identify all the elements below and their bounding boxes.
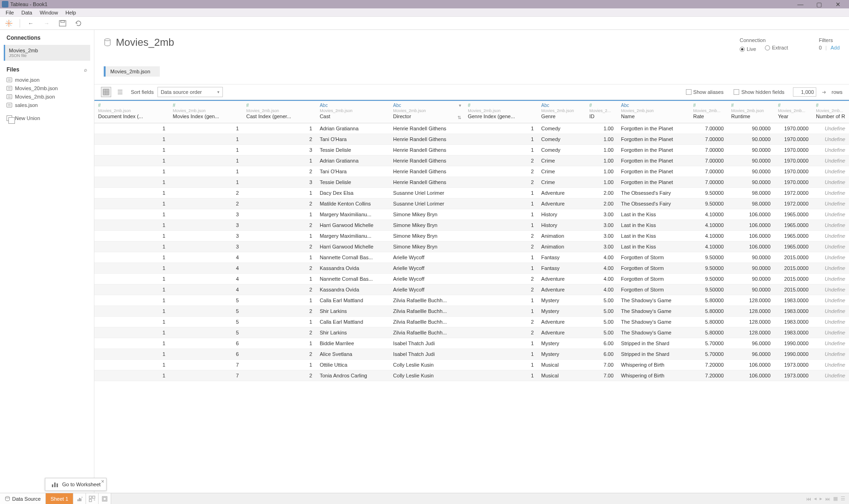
table-cell[interactable]: 4.00 <box>585 284 617 295</box>
table-cell[interactable]: The Shadowy's Game <box>617 295 689 305</box>
table-cell[interactable]: Harri Garwood Michelle <box>316 220 389 230</box>
search-icon[interactable]: ⌕ <box>84 67 87 72</box>
refresh-button[interactable] <box>73 18 84 28</box>
table-cell[interactable]: Undefine <box>812 187 849 198</box>
table-cell[interactable]: 5.00 <box>585 305 617 316</box>
table-cell[interactable]: Undefine <box>812 155 849 166</box>
table-cell[interactable]: 90.0000 <box>728 284 774 295</box>
table-cell[interactable]: 2 <box>243 198 316 209</box>
table-cell[interactable]: Nannette Cornall Bas... <box>316 252 389 263</box>
column-header[interactable]: AbcMovies_2mb.jsonName <box>617 100 689 123</box>
table-cell[interactable]: Forgotten in the Planet <box>617 155 689 166</box>
table-cell[interactable]: 4 <box>169 252 243 263</box>
table-cell[interactable]: The Obsessed's Fairy <box>617 198 689 209</box>
table-cell[interactable]: 1 <box>94 220 169 230</box>
table-cell[interactable]: 2 <box>464 177 537 187</box>
table-cell[interactable]: 1 <box>464 123 537 134</box>
show-hidden-checkbox[interactable]: Show hidden fields <box>734 89 784 95</box>
table-cell[interactable]: Mystery <box>537 348 585 359</box>
table-cell[interactable]: 5 <box>169 295 243 305</box>
table-cell[interactable]: 1 <box>243 252 316 263</box>
table-cell[interactable]: Musical <box>537 370 585 381</box>
table-cell[interactable]: 5.80000 <box>690 327 728 338</box>
table-cell[interactable]: 1 <box>94 230 169 241</box>
table-cell[interactable]: 3.00 <box>585 209 617 220</box>
table-cell[interactable]: 1 <box>464 252 537 263</box>
table-cell[interactable]: 2 <box>464 316 537 327</box>
table-cell[interactable]: 90.0000 <box>728 263 774 273</box>
table-cell[interactable]: 98.0000 <box>728 187 774 198</box>
table-cell[interactable]: 1 <box>169 177 243 187</box>
save-button[interactable] <box>57 18 68 28</box>
new-worksheet-button[interactable]: + <box>73 493 86 504</box>
table-cell[interactable]: 1 <box>94 273 169 284</box>
table-cell[interactable]: 6 <box>169 348 243 359</box>
table-cell[interactable]: Zilvia Rafaellle Buchh... <box>389 295 464 305</box>
table-cell[interactable]: Adventure <box>537 327 585 338</box>
table-cell[interactable]: 2 <box>169 198 243 209</box>
table-cell[interactable]: 2 <box>243 134 316 144</box>
table-cell[interactable]: Fantasy <box>537 252 585 263</box>
table-cell[interactable]: Comedy <box>537 134 585 144</box>
table-cell[interactable]: 2 <box>243 284 316 295</box>
column-header[interactable]: #Movies_2mb.jsonCast Index (gener... <box>243 100 316 123</box>
table-cell[interactable]: Undefine <box>812 177 849 187</box>
table-cell[interactable]: Comedy <box>537 123 585 134</box>
table-cell[interactable]: 2 <box>464 273 537 284</box>
show-aliases-checkbox[interactable]: Show aliases <box>686 89 724 95</box>
table-cell[interactable]: 1 <box>464 209 537 220</box>
table-row[interactable]: 121Dacy Dex ElsaSusanne Uriel Lorimer1Ad… <box>94 187 849 198</box>
table-cell[interactable]: Tani O'Hara <box>316 134 389 144</box>
table-cell[interactable]: 1 <box>94 144 169 155</box>
table-cell[interactable]: 5.00 <box>585 327 617 338</box>
table-cell[interactable]: Forgotten in the Planet <box>617 144 689 155</box>
table-cell[interactable]: Tani O'Hara <box>316 166 389 177</box>
table-cell[interactable]: Forgotten in the Planet <box>617 123 689 134</box>
table-row[interactable]: 151Calla Earl MattlandZilvia Rafaellle B… <box>94 295 849 305</box>
table-cell[interactable]: 3 <box>243 177 316 187</box>
table-cell[interactable]: 2 <box>243 241 316 252</box>
table-cell[interactable]: 1.00 <box>585 155 617 166</box>
table-cell[interactable]: Crime <box>537 155 585 166</box>
table-cell[interactable]: Zilvia Rafaellle Buchh... <box>389 327 464 338</box>
table-cell[interactable]: Adventure <box>537 284 585 295</box>
table-cell[interactable]: 6.00 <box>585 338 617 348</box>
table-cell[interactable]: 96.0000 <box>728 348 774 359</box>
table-cell[interactable]: 90.0000 <box>728 134 774 144</box>
column-header[interactable]: #Movies_2...ID <box>585 100 617 123</box>
grid-view-button[interactable] <box>101 87 111 97</box>
table-cell[interactable]: Undefine <box>812 305 849 316</box>
table-cell[interactable]: 128.0000 <box>728 316 774 327</box>
table-cell[interactable]: 1 <box>464 263 537 273</box>
table-cell[interactable]: 106.0000 <box>728 359 774 370</box>
table-cell[interactable]: Undefine <box>812 144 849 155</box>
menu-help[interactable]: Help <box>62 10 80 15</box>
column-header[interactable]: #Movies_2mb...Year <box>774 100 812 123</box>
table-cell[interactable]: 1 <box>94 198 169 209</box>
table-cell[interactable]: Animation <box>537 241 585 252</box>
table-row[interactable]: 171Ottilie UtticaColly Leslie Kusin1Musi… <box>94 359 849 370</box>
table-cell[interactable]: 1 <box>94 134 169 144</box>
table-cell[interactable]: 1 <box>94 284 169 295</box>
table-cell[interactable]: 2015.0000 <box>774 263 812 273</box>
table-cell[interactable]: Margery Maximilianu... <box>316 230 389 241</box>
table-cell[interactable]: 7.00000 <box>690 155 728 166</box>
table-cell[interactable]: 7 <box>169 370 243 381</box>
table-cell[interactable]: 1 <box>464 348 537 359</box>
table-cell[interactable]: 1 <box>243 273 316 284</box>
table-cell[interactable]: 3.00 <box>585 220 617 230</box>
filters-add-link[interactable]: Add <box>830 45 840 50</box>
table-cell[interactable]: Shir Larkins <box>316 327 389 338</box>
table-cell[interactable]: Undefine <box>812 230 849 241</box>
table-cell[interactable]: Ottilie Uttica <box>316 359 389 370</box>
rows-apply-icon[interactable]: ➜ <box>822 89 826 95</box>
table-cell[interactable]: 1 <box>464 338 537 348</box>
table-cell[interactable]: Undefine <box>812 263 849 273</box>
table-cell[interactable]: 1 <box>94 123 169 134</box>
table-cell[interactable]: Mystery <box>537 305 585 316</box>
table-cell[interactable]: 90.0000 <box>728 144 774 155</box>
table-cell[interactable]: Undefine <box>812 273 849 284</box>
table-cell[interactable]: Undefine <box>812 166 849 177</box>
table-cell[interactable]: 98.0000 <box>728 198 774 209</box>
table-cell[interactable]: 2 <box>464 241 537 252</box>
